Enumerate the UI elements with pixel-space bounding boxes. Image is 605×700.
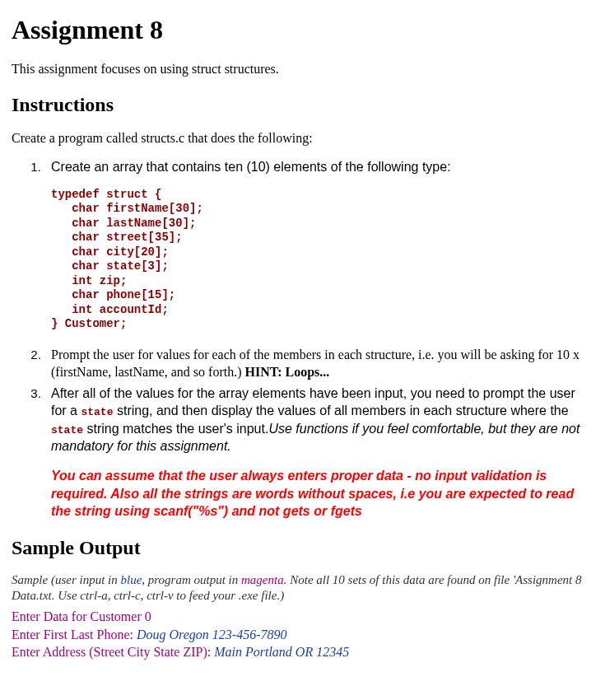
sample-output-heading: Sample Output xyxy=(12,535,593,561)
program-output: Enter First Last Phone: xyxy=(12,628,137,642)
list-item: Prompt the user for values for each of t… xyxy=(44,347,593,381)
hint-text: HINT: Loops... xyxy=(244,365,329,379)
inline-code-state: state xyxy=(51,424,83,436)
sample-note-blue: blue xyxy=(121,573,142,586)
user-input: Main Portland OR 12345 xyxy=(214,645,349,659)
sample-note: Sample (user input in blue, program outp… xyxy=(12,572,593,604)
item-3-text-b: string, and then display the values of a… xyxy=(113,404,568,418)
sample-line-2: Enter First Last Phone: Doug Oregon 123-… xyxy=(12,626,593,644)
program-output: Enter Address (Street City State ZIP): xyxy=(12,645,214,659)
sample-line-1: Enter Data for Customer 0 xyxy=(12,608,593,626)
sample-note-magenta: magenta xyxy=(241,573,284,586)
list-item: After all of the values for the array el… xyxy=(44,385,593,520)
sample-note-b: , program output in xyxy=(142,573,241,586)
inline-code-state: state xyxy=(81,406,113,418)
instructions-lead: Create a program called structs.c that d… xyxy=(12,130,593,147)
item-3-text-c: string matches the user's input. xyxy=(83,422,268,436)
user-input: Doug Oregon 123-456-7890 xyxy=(137,628,287,642)
instructions-list: Create an array that contains ten (10) e… xyxy=(12,158,593,520)
intro-text: This assignment focuses on using struct … xyxy=(12,61,593,78)
program-output: Enter Data for Customer 0 xyxy=(12,609,151,623)
page-title: Assignment 8 xyxy=(12,13,593,48)
item-3-red-note: You can assume that the user always ente… xyxy=(51,467,593,520)
item-1-text: Create an array that contains ten (10) e… xyxy=(51,160,451,174)
sample-note-a: Sample (user input in xyxy=(12,573,121,586)
sample-line-3: Enter Address (Street City State ZIP): M… xyxy=(12,643,593,661)
list-item: Create an array that contains ten (10) e… xyxy=(44,158,593,332)
instructions-heading: Instructions xyxy=(12,92,593,118)
code-block-struct: typedef struct { char firstName[30]; cha… xyxy=(51,188,593,332)
